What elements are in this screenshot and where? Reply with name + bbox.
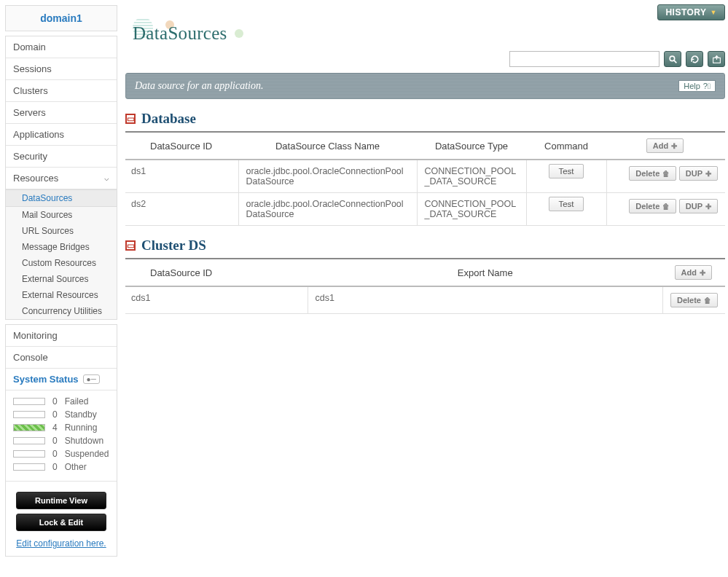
cl-header-id: DataSource ID (125, 259, 308, 286)
cl-row0-export: cds1 (308, 286, 662, 314)
page-title: DataSources (125, 23, 227, 44)
db-row0-class: oracle.jdbc.pool.OracleConnectionPoolDat… (238, 160, 417, 193)
subnav-messagebridges[interactable]: Message Bridges (6, 239, 117, 255)
info-banner: Data source for an application. Help ?⃞ (125, 73, 725, 99)
status-shutdown: 0Shutdown (13, 434, 109, 447)
plus-icon: ✚ (700, 269, 705, 277)
test-button[interactable]: Test (549, 197, 583, 211)
nav-monitoring[interactable]: Monitoring (6, 325, 117, 347)
search-input[interactable] (509, 51, 659, 67)
nav-console[interactable]: Console (6, 347, 117, 369)
delete-button[interactable]: Delete🗑 (629, 199, 676, 213)
subnav-externalresources[interactable]: External Resources (6, 287, 117, 303)
help-button[interactable]: Help ?⃞ (678, 80, 716, 92)
table-row[interactable]: ds2 oracle.jdbc.pool.OracleConnectionPoo… (125, 193, 725, 226)
history-button[interactable]: HISTORY ▼ (657, 4, 725, 20)
nav-resources-label: Resources (13, 173, 58, 184)
add-datasource-button[interactable]: Add ✚ (646, 138, 684, 153)
status-running: 4Running (13, 421, 109, 434)
db-header-class: DataSource Class Name (238, 132, 417, 160)
banner-text: Data source for an application. (135, 80, 263, 92)
cl-row0-id: cds1 (125, 286, 308, 314)
delete-button[interactable]: Delete🗑 (670, 293, 718, 307)
db-row1-id: ds2 (125, 193, 238, 226)
status-toggle-icon[interactable]: ●─ (83, 374, 100, 384)
lock-edit-button[interactable]: Lock & Edit (16, 514, 106, 531)
subnav-urlsources[interactable]: URL Sources (6, 223, 117, 239)
nav-security[interactable]: Security (6, 146, 117, 168)
table-row[interactable]: ds1 oracle.jdbc.pool.OracleConnectionPoo… (125, 160, 725, 193)
nav-sessions[interactable]: Sessions (6, 58, 117, 80)
nav-servers[interactable]: Servers (6, 102, 117, 124)
cluster-table: DataSource ID Export Name Add ✚ cds1 cds… (125, 258, 725, 314)
database-table: DataSource ID DataSource Class Name Data… (125, 131, 725, 226)
chevron-down-icon: ▼ (711, 9, 717, 16)
domain-link[interactable]: domain1 (40, 12, 82, 24)
collapse-icon[interactable]: ▭ (125, 114, 136, 124)
status-other: 0Other (13, 460, 109, 474)
nav-domain[interactable]: Domain (6, 36, 117, 58)
status-list: 0Failed 0Standby 4Running 0Shutdown 0Sus… (6, 390, 117, 481)
cl-header-export: Export Name (308, 259, 662, 286)
svg-point-0 (670, 56, 675, 61)
db-row1-type: CONNECTION_POOL_DATA_SOURCE (417, 193, 526, 226)
cluster-section-title: Cluster DS (141, 238, 206, 254)
test-button[interactable]: Test (549, 164, 583, 178)
chevron-down-icon: ⌵ (104, 173, 109, 183)
db-header-id: DataSource ID (125, 132, 238, 160)
title-decoration: DataSources (125, 19, 249, 48)
add-clusterds-button[interactable]: Add ✚ (675, 265, 712, 280)
database-section-title: Database (141, 111, 196, 127)
export-xml-icon[interactable] (708, 51, 725, 67)
plus-icon: ✚ (705, 203, 711, 211)
subnav-externalsources[interactable]: External Sources (6, 271, 117, 287)
db-header-command: Command (526, 132, 606, 160)
system-status-header: System Status ●─ (6, 369, 117, 390)
db-row1-class: oracle.jdbc.pool.OracleConnectionPoolDat… (238, 193, 417, 226)
history-label: HISTORY (665, 7, 706, 17)
db-row0-id: ds1 (125, 160, 238, 193)
nav-secondary: Monitoring Console System Status ●─ 0Fai… (5, 324, 117, 557)
delete-icon: 🗑 (662, 170, 670, 178)
plus-icon: ✚ (705, 170, 711, 178)
subnav-concurrency[interactable]: Concurrency Utilities (6, 303, 117, 319)
db-header-type: DataSource Type (417, 132, 526, 160)
subnav-mailsources[interactable]: Mail Sources (6, 207, 117, 223)
status-suspended: 0Suspended (13, 447, 109, 460)
nav-applications[interactable]: Applications (6, 124, 117, 146)
cl-header-actions: Add ✚ (662, 259, 725, 286)
sidebar: domain1 Domain Sessions Clusters Servers… (0, 0, 122, 562)
domain-header: domain1 (5, 5, 117, 31)
runtime-view-button[interactable]: Runtime View (16, 492, 106, 509)
nav-resources[interactable]: Resources ⌵ (6, 168, 117, 189)
collapse-icon[interactable]: ▭ (125, 240, 136, 251)
db-row0-type: CONNECTION_POOL_DATA_SOURCE (417, 160, 526, 193)
edit-config-link[interactable]: Edit configuration here. (6, 535, 117, 556)
delete-icon: 🗑 (662, 203, 670, 211)
duplicate-button[interactable]: DUP✚ (679, 199, 718, 213)
status-standby: 0Standby (13, 408, 109, 421)
refresh-icon[interactable] (686, 51, 703, 67)
svg-line-1 (674, 60, 676, 63)
subnav-customresources[interactable]: Custom Resources (6, 255, 117, 271)
subnav-datasources[interactable]: DataSources (6, 189, 117, 207)
search-icon[interactable] (664, 51, 681, 67)
plus-icon: ✚ (671, 142, 677, 150)
nav-clusters[interactable]: Clusters (6, 80, 117, 102)
duplicate-button[interactable]: DUP✚ (679, 166, 718, 181)
resources-submenu: DataSources Mail Sources URL Sources Mes… (6, 189, 117, 319)
table-row[interactable]: cds1 cds1 Delete🗑 (125, 286, 725, 314)
nav-main: Domain Sessions Clusters Servers Applica… (5, 36, 117, 320)
main-content: HISTORY ▼ DataSources Data source for a (122, 0, 728, 562)
db-header-actions: Add ✚ (606, 132, 725, 160)
delete-icon: 🗑 (704, 297, 711, 305)
system-status-label: System Status (13, 374, 79, 385)
help-icon: ?⃞ (703, 82, 711, 90)
status-failed: 0Failed (13, 395, 109, 408)
delete-button[interactable]: Delete🗑 (629, 166, 676, 181)
